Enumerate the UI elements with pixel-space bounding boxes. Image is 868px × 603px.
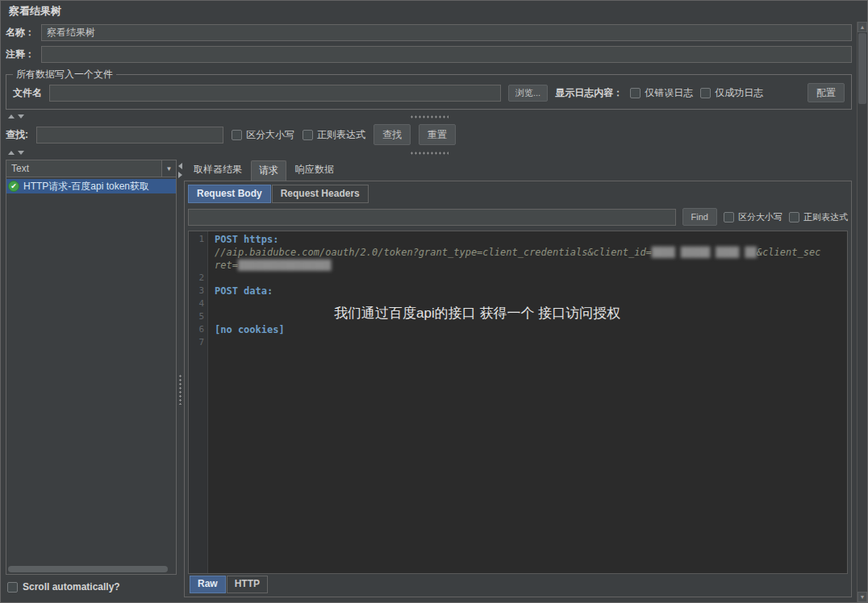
horizontal-splitter-top[interactable] (6, 111, 852, 122)
find-button[interactable]: 查找 (373, 124, 411, 145)
collapse-up-icon[interactable] (8, 151, 15, 155)
scroll-up-icon[interactable]: ▲ (858, 22, 867, 32)
tab-sampler-result[interactable]: 取样器结果 (186, 160, 250, 181)
scroll-down-icon[interactable]: ▼ (858, 592, 867, 602)
result-tabs: 取样器结果 请求 响应数据 (184, 160, 852, 181)
scroll-automatically-label: Scroll automatically? (23, 581, 120, 593)
browse-button[interactable]: 浏览... (508, 85, 548, 102)
main-split: Text ▼ ✔ HTTP请求-百度api token获取 (6, 160, 852, 597)
code-lines: POST https://aip.baidubce.com/oauth/2.0/… (208, 231, 847, 573)
tab-request-body[interactable]: Request Body (188, 185, 271, 203)
window-vertical-scrollbar[interactable]: ▲ ▼ (857, 22, 867, 602)
success-icon: ✔ (8, 181, 19, 192)
find-case-sensitive-group: 区分大小写 (232, 128, 294, 142)
scroll-automatically-checkbox[interactable] (7, 582, 18, 593)
panel-title: 察看结果树 (1, 1, 867, 22)
results-tree-panel: Text ▼ ✔ HTTP请求-百度api token获取 (6, 160, 177, 597)
body-case-sensitive-group: 区分大小写 (724, 211, 782, 223)
find-regex-group: 正则表达式 (303, 128, 365, 142)
scrollbar-thumb[interactable] (858, 33, 866, 104)
filename-label: 文件名 (13, 86, 42, 100)
name-row: 名称： (6, 23, 852, 43)
file-row: 文件名 浏览... 显示日志内容： 仅错误日志 仅成功日志 配置 (13, 83, 845, 102)
chevron-down-icon[interactable]: ▼ (161, 160, 176, 177)
comment-input[interactable] (41, 46, 852, 63)
body-regex-checkbox[interactable] (789, 212, 799, 222)
collapse-down-icon[interactable] (18, 114, 24, 119)
find-bar: 查找: 区分大小写 正则表达式 查找 重置 (6, 123, 852, 147)
errors-only-checkbox[interactable] (630, 88, 641, 98)
find-input[interactable] (36, 127, 223, 143)
tab-http[interactable]: HTTP (227, 576, 268, 593)
splitter-grip[interactable] (410, 114, 449, 119)
success-only-group: 仅成功日志 (700, 86, 763, 100)
body-search-input[interactable] (188, 209, 676, 226)
main-column: 名称： 注释： 所有数据写入一个文件 文件名 浏览... 显示日志内容： 仅错误… (1, 22, 857, 602)
find-regex-checkbox[interactable] (303, 130, 313, 140)
scrollbar-track[interactable] (858, 105, 867, 592)
request-pane: Request Body Request Headers Find 区分大小写 (184, 181, 852, 597)
body-regex-label: 正则表达式 (803, 211, 848, 223)
find-label: 查找: (6, 128, 28, 142)
scrollbar-thumb[interactable] (8, 566, 168, 572)
request-body-editor[interactable]: 1 234567 POST https://aip.baidubce.com/o… (188, 231, 848, 574)
body-format-tabs: Raw HTTP (188, 576, 848, 593)
find-case-sensitive-label: 区分大小写 (246, 128, 294, 142)
body-regex-group: 正则表达式 (789, 211, 848, 223)
scroll-automatically-row: Scroll automatically? (6, 576, 177, 597)
collapse-down-icon[interactable] (18, 151, 24, 155)
view-mode-value: Text (6, 163, 161, 174)
write-results-group: 所有数据写入一个文件 文件名 浏览... 显示日志内容： 仅错误日志 仅成功日志… (6, 68, 852, 110)
reset-button[interactable]: 重置 (419, 124, 456, 145)
tab-request[interactable]: 请求 (251, 160, 286, 181)
comment-label: 注释： (6, 48, 35, 61)
line-number-gutter: 1 234567 (189, 231, 208, 573)
success-only-label: 仅成功日志 (715, 86, 763, 100)
write-results-legend: 所有数据写入一个文件 (13, 68, 116, 81)
results-tree: ✔ HTTP请求-百度api token获取 (6, 177, 177, 575)
tab-raw[interactable]: Raw (190, 576, 226, 593)
errors-only-label: 仅错误日志 (645, 86, 693, 100)
body-case-sensitive-label: 区分大小写 (738, 211, 782, 223)
tree-item-http-request[interactable]: ✔ HTTP请求-百度api token获取 (6, 179, 176, 193)
name-label: 名称： (6, 26, 35, 40)
splitter-grip[interactable] (178, 374, 182, 405)
content-area: 名称： 注释： 所有数据写入一个文件 文件名 浏览... 显示日志内容： 仅错误… (1, 22, 867, 602)
errors-only-group: 仅错误日志 (630, 86, 693, 100)
annotation-text: 我们通过百度api的接口 获得一个 接口访问授权 (334, 304, 620, 322)
body-search-bar: Find 区分大小写 正则表达式 (188, 203, 848, 231)
result-detail-panel: 取样器结果 请求 响应数据 Request Body Request Heade… (184, 160, 852, 597)
name-input[interactable] (41, 24, 852, 41)
body-find-button[interactable]: Find (682, 208, 717, 226)
configure-button[interactable]: 配置 (807, 83, 845, 102)
success-only-checkbox[interactable] (700, 88, 711, 98)
vertical-splitter[interactable] (177, 160, 184, 597)
body-case-sensitive-checkbox[interactable] (724, 212, 734, 222)
filename-input[interactable] (49, 85, 501, 102)
find-regex-label: 正则表达式 (317, 128, 365, 142)
tree-item-label: HTTP请求-百度api token获取 (23, 180, 149, 193)
collapse-up-icon[interactable] (8, 114, 15, 119)
horizontal-splitter-bottom[interactable] (6, 148, 852, 158)
splitter-grip[interactable] (410, 151, 449, 155)
collapse-left-icon[interactable] (178, 163, 182, 169)
tab-response-data[interactable]: 响应数据 (287, 160, 342, 181)
view-mode-select[interactable]: Text ▼ (6, 160, 177, 177)
view-results-tree-window: 察看结果树 名称： 注释： 所有数据写入一个文件 文件名 浏览... 显示日志内… (0, 0, 868, 603)
tab-request-headers[interactable]: Request Headers (272, 185, 369, 203)
collapse-right-icon[interactable] (178, 172, 182, 178)
tree-horizontal-scrollbar[interactable] (6, 565, 176, 574)
find-case-sensitive-checkbox[interactable] (232, 130, 242, 140)
request-tabs: Request Body Request Headers (188, 185, 848, 203)
comment-row: 注释： (6, 44, 852, 64)
log-content-label: 显示日志内容： (555, 86, 623, 100)
